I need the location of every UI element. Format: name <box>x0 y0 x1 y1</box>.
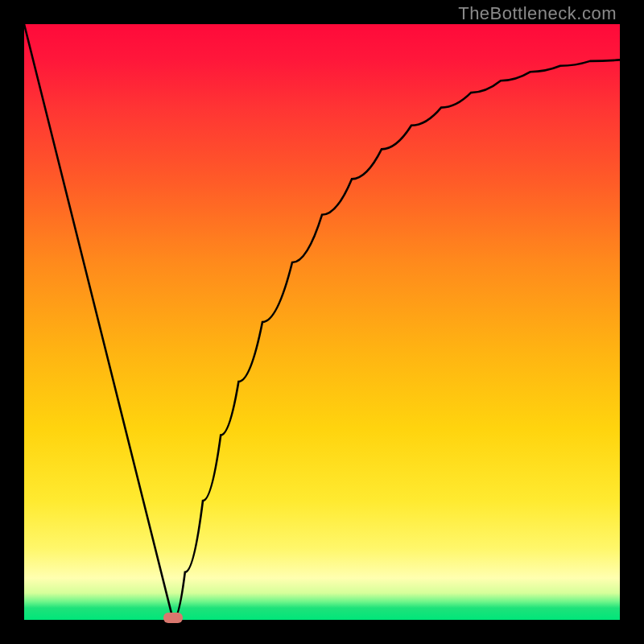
minimum-marker <box>163 613 183 623</box>
curve-path <box>24 24 620 620</box>
bottleneck-curve <box>24 24 620 620</box>
chart-frame: TheBottleneck.com <box>0 0 644 644</box>
plot-area <box>24 24 620 620</box>
watermark-text: TheBottleneck.com <box>458 3 617 24</box>
